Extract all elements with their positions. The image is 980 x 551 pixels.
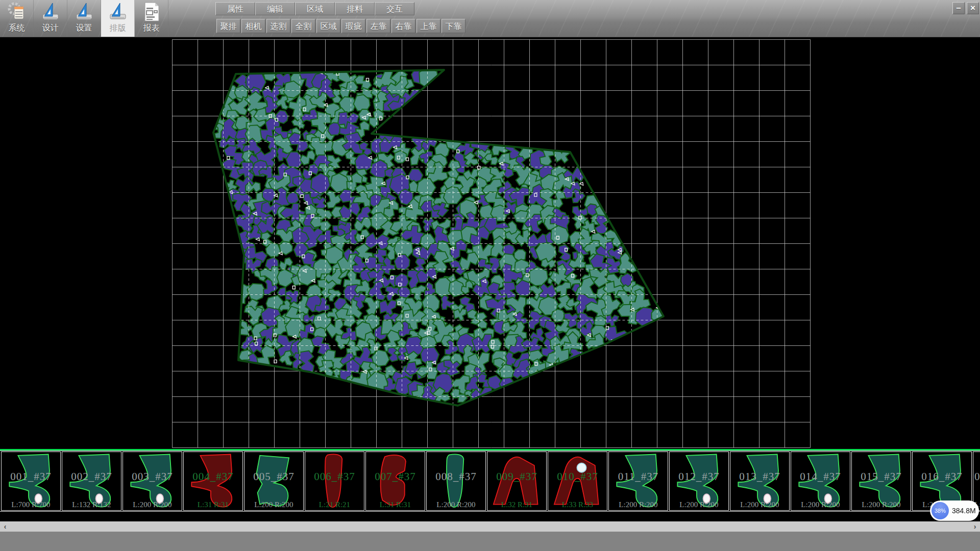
piece-thumbnail-006[interactable]: 006_#37L:21 R:21 (305, 452, 364, 511)
tool-defect[interactable]: 瑕疵 (341, 19, 365, 33)
gear-list-icon (7, 2, 27, 22)
piece-strip: 001_#37L:700 R:700002_#37L:132 R:132003_… (0, 449, 980, 512)
piece-lr-count: L:200 R:200 (791, 500, 850, 509)
minimize-button[interactable]: – (952, 2, 965, 14)
piece-name: 008_#37 (427, 470, 485, 483)
piece-lr-count: L:200 R:200 (670, 500, 728, 509)
piece-name: 002_#37 (62, 470, 121, 483)
status-bar (0, 532, 980, 551)
piece-lr-count: L:31 R:31 (184, 500, 242, 509)
piece-thumbnail-011[interactable]: 011_#37L:200 R:200 (608, 452, 668, 511)
tab-label: 排版 (110, 23, 126, 34)
piece-name: 010_#37 (548, 470, 607, 483)
piece-name: 013_#37 (730, 470, 789, 483)
tab-design[interactable]: 设计 (34, 0, 67, 37)
piece-lr-count: L:21 R:21 (305, 500, 364, 509)
piece-thumbnail-005[interactable]: 005_#37L:200 R:200 (244, 452, 304, 511)
piece-thumbnail-015[interactable]: 015_#37L:200 R:200 (851, 452, 911, 511)
piece-name: 015_#37 (852, 470, 911, 483)
tool-cluster-nest[interactable]: 聚排 (216, 19, 240, 33)
main-tabs: 系统设计设置排版报表 (0, 0, 168, 37)
piece-thumbnail-009[interactable]: 009_#37L:32 R:31 (487, 452, 547, 511)
tab-nesting[interactable]: 排版 (101, 0, 135, 37)
piece-lr-count: L:200 R:200 (609, 500, 668, 509)
piece-name: 007_#37 (366, 470, 425, 483)
ruler-icon (41, 2, 60, 21)
toolbar: 系统设计设置排版报表 属性编辑区域排料交互 聚排相机选割全割区域瑕疵左靠右靠上靠… (0, 0, 980, 37)
piece-lr-count: L:200 R:200 (852, 500, 911, 509)
piece-lr-count: L:31 R:31 (366, 500, 425, 509)
menu-bar: 属性编辑区域排料交互 (215, 2, 414, 15)
window-controls: – × (952, 2, 979, 14)
tool-snap-right[interactable]: 右靠 (391, 19, 415, 33)
memory-amount-label: 384.8M (952, 507, 976, 515)
memory-usage-badge[interactable]: 38% 384.8M (930, 500, 979, 521)
tool-bar: 聚排相机选割全割区域瑕疵左靠右靠上靠下靠 (216, 19, 465, 33)
tab-system[interactable]: 系统 (0, 0, 34, 37)
tool-cut-all[interactable]: 全割 (291, 19, 315, 33)
piece-lr-count: L:32 R:31 (487, 500, 546, 509)
tab-label: 系统 (9, 23, 25, 34)
piece-lr-count: L:700 R:700 (2, 500, 60, 509)
piece-thumbnail-list: 001_#37L:700 R:700002_#37L:132 R:132003_… (0, 450, 980, 512)
piece-lr-count: L:200 R:200 (123, 500, 182, 509)
piece-thumbnail-008[interactable]: 008_#37L:200 R:200 (426, 452, 486, 511)
piece-name: 011_#37 (609, 470, 668, 483)
menu-nest[interactable]: 排料 (335, 2, 375, 15)
tab-label: 报表 (143, 23, 160, 34)
piece-thumbnail-001[interactable]: 001_#37L:700 R:700 (1, 452, 61, 511)
horizontal-scrollbar[interactable]: ‹ › (0, 521, 980, 532)
piece-name: 009_#37 (487, 470, 546, 483)
tool-snap-top[interactable]: 上靠 (416, 19, 440, 33)
piece-name: 012_#37 (670, 470, 728, 483)
menu-edit[interactable]: 编辑 (255, 2, 295, 15)
piece-name: 005_#37 (244, 470, 303, 483)
piece-lr-count: L:132 R:132 (62, 500, 121, 509)
piece-name: 003_#37 (123, 470, 182, 483)
piece-name: 006_#37 (305, 470, 364, 483)
tab-label: 设计 (42, 23, 59, 34)
piece-name: 016_#37 (913, 470, 971, 483)
tab-label: 设置 (76, 23, 92, 34)
piece-lr-count: L:33 R:33 (548, 500, 607, 509)
nesting-canvas[interactable] (0, 0, 980, 449)
piece-thumbnail-004[interactable]: 004_#37L:31 R:31 (183, 452, 243, 511)
piece-name: 0 (973, 470, 980, 483)
tool-snap-bottom[interactable]: 下靠 (442, 19, 465, 33)
tool-camera[interactable]: 相机 (241, 19, 265, 33)
piece-thumbnail-012[interactable]: 012_#37L:200 R:200 (669, 452, 729, 511)
tool-region[interactable]: 区域 (316, 19, 340, 33)
piece-lr-count: L:200 R:200 (730, 500, 789, 509)
menu-region[interactable]: 区域 (295, 2, 335, 15)
close-button[interactable]: × (967, 2, 979, 14)
tool-snap-left[interactable]: 左靠 (366, 19, 390, 33)
tab-settings[interactable]: 设置 (67, 0, 101, 37)
menu-attributes[interactable]: 属性 (215, 2, 255, 15)
ruler-icon (75, 2, 93, 21)
report-icon (142, 2, 161, 22)
scroll-right-arrow-icon[interactable]: › (970, 521, 980, 532)
piece-thumbnail-013[interactable]: 013_#37L:200 R:200 (730, 452, 790, 511)
tool-select-cut[interactable]: 选割 (266, 19, 290, 33)
memory-percent-circle: 38% (932, 502, 949, 519)
scroll-left-arrow-icon[interactable]: ‹ (0, 521, 10, 532)
piece-thumbnail-014[interactable]: 014_#37L:200 R:200 (791, 452, 850, 511)
piece-thumbnail-007[interactable]: 007_#37L:31 R:31 (365, 452, 425, 511)
tab-report[interactable]: 报表 (135, 0, 168, 37)
piece-name: 001_#37 (2, 470, 60, 483)
piece-name: 004_#37 (184, 470, 242, 483)
piece-name: 014_#37 (791, 470, 850, 483)
piece-lr-count: L:200 R:200 (427, 500, 485, 509)
menu-interact[interactable]: 交互 (375, 2, 414, 15)
piece-lr-count: L:200 R:200 (244, 500, 303, 509)
piece-thumbnail-002[interactable]: 002_#37L:132 R:132 (62, 452, 121, 511)
piece-thumbnail-010[interactable]: 010_#37L:33 R:33 (548, 452, 607, 511)
ruler-icon (109, 2, 127, 21)
piece-thumbnail-003[interactable]: 003_#37L:200 R:200 (122, 452, 182, 511)
